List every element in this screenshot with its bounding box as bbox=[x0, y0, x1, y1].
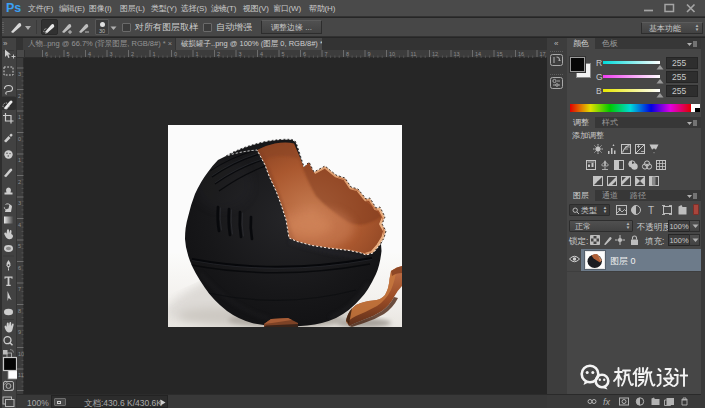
svg-text:14: 14 bbox=[475, 51, 481, 57]
svg-text:12: 12 bbox=[432, 51, 438, 57]
svg-text:3: 3 bbox=[18, 200, 21, 206]
svg-text:fx: fx bbox=[603, 397, 611, 406]
svg-text:2: 2 bbox=[18, 179, 21, 185]
svg-text:1: 1 bbox=[18, 157, 21, 163]
svg-text:17: 17 bbox=[540, 51, 546, 57]
svg-text:13: 13 bbox=[454, 51, 460, 57]
svg-text:10: 10 bbox=[389, 51, 395, 57]
svg-text:3: 3 bbox=[18, 71, 21, 77]
svg-text:15: 15 bbox=[497, 51, 503, 57]
svg-text:»: » bbox=[3, 39, 8, 48]
svg-text:1: 1 bbox=[18, 114, 21, 120]
svg-text:9: 9 bbox=[18, 329, 21, 335]
svg-text:5: 5 bbox=[18, 243, 21, 249]
svg-text:7: 7 bbox=[18, 286, 21, 292]
svg-text:0: 0 bbox=[18, 136, 21, 142]
svg-text:T: T bbox=[648, 205, 654, 216]
svg-text:8: 8 bbox=[18, 308, 21, 314]
svg-text:11: 11 bbox=[18, 372, 24, 378]
svg-text:6: 6 bbox=[18, 265, 21, 271]
svg-text:16: 16 bbox=[518, 51, 524, 57]
svg-text:10: 10 bbox=[18, 351, 24, 357]
svg-text:11: 11 bbox=[411, 51, 417, 57]
svg-text:2: 2 bbox=[18, 93, 21, 99]
svg-text:4: 4 bbox=[18, 222, 21, 228]
